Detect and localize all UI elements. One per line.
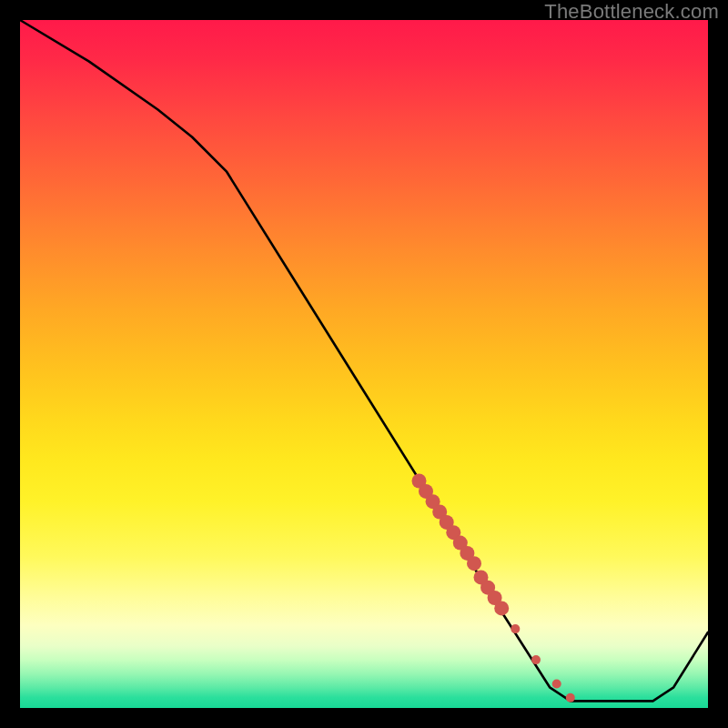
- highlight-point: [552, 680, 561, 689]
- highlight-point: [467, 556, 481, 571]
- attribution-label: TheBottleneck.com: [544, 0, 719, 24]
- chart-container: TheBottleneck.com: [0, 0, 728, 728]
- chart-svg: [20, 20, 708, 708]
- plot-area: [20, 20, 708, 708]
- highlight-segment-scatter: [412, 474, 575, 703]
- highlight-point: [566, 693, 575, 703]
- highlight-point: [494, 601, 509, 615]
- highlight-point: [531, 655, 541, 664]
- highlight-point: [511, 624, 520, 633]
- bottleneck-curve-line: [20, 20, 708, 701]
